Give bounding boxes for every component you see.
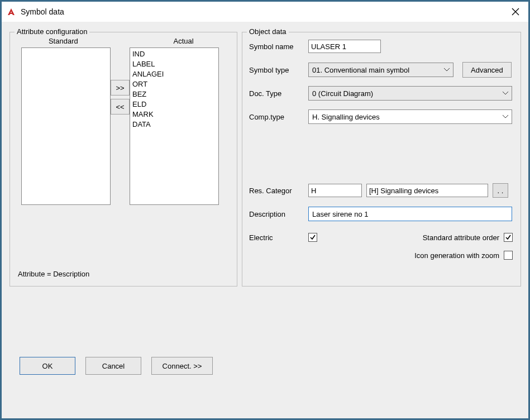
symbol-name-input[interactable]: [308, 40, 381, 53]
advanced-button[interactable]: Advanced: [462, 62, 512, 78]
comp-type-select[interactable]: H. Signalling devices: [308, 109, 512, 124]
footer-buttons: OK Cancel Connect. >>: [20, 357, 213, 375]
std-attr-order-checkbox[interactable]: [504, 233, 513, 242]
res-categor-name-input[interactable]: [366, 184, 488, 197]
chevron-down-icon: [503, 115, 508, 118]
list-item[interactable]: ANLAGEI: [132, 69, 216, 79]
actual-listbox[interactable]: INDLABELANLAGEIORTBEZELDMARKDATA: [130, 47, 219, 205]
symbol-type-select[interactable]: 01. Conventional main symbol: [308, 63, 453, 77]
icon-gen-zoom-checkbox[interactable]: [504, 251, 513, 260]
doc-type-label: Doc. Type: [249, 89, 304, 98]
move-left-button[interactable]: <<: [111, 99, 130, 114]
res-categor-code-input[interactable]: [308, 184, 362, 197]
app-icon: [6, 7, 16, 17]
icon-gen-zoom-label: Icon generation with zoom: [414, 251, 499, 260]
titlebar: Symbol data: [2, 2, 528, 22]
list-item[interactable]: LABEL: [132, 59, 216, 69]
symbol-type-value: 01. Conventional main symbol: [312, 66, 409, 74]
attribute-group-legend: Attribute configuration: [15, 27, 89, 36]
attribute-configuration-group: Attribute configuration Standard Actual …: [9, 32, 237, 287]
res-categor-browse-button[interactable]: . .: [493, 183, 508, 198]
connect-button[interactable]: Connect. >>: [151, 357, 213, 375]
standard-listbox[interactable]: [21, 47, 111, 205]
window-title: Symbol data: [21, 7, 64, 16]
cancel-button[interactable]: Cancel: [85, 357, 141, 375]
list-item[interactable]: MARK: [132, 109, 216, 120]
move-right-button[interactable]: >>: [111, 80, 130, 96]
actual-header: Actual: [139, 37, 228, 45]
standard-header: Standard: [18, 37, 108, 45]
chevron-down-icon: [444, 68, 450, 71]
list-item[interactable]: IND: [132, 49, 216, 59]
object-data-group: Object data Symbol name Symbol type 01. …: [242, 32, 521, 287]
description-label: Description: [249, 210, 304, 218]
description-input[interactable]: [308, 207, 512, 221]
comp-type-label: Comp.type: [249, 113, 304, 121]
electric-label: Electric: [249, 233, 304, 242]
dialog-client: Attribute configuration Standard Actual …: [2, 22, 528, 418]
list-item[interactable]: ORT: [132, 79, 216, 89]
chevron-down-icon: [503, 92, 508, 95]
symbol-name-label: Symbol name: [249, 42, 304, 51]
object-group-legend: Object data: [247, 27, 289, 36]
res-categor-label: Res. Categor: [249, 187, 304, 195]
std-attr-order-label: Standard attribute order: [423, 233, 499, 242]
list-item[interactable]: BEZ: [132, 89, 216, 99]
list-item[interactable]: ELD: [132, 99, 216, 109]
list-item[interactable]: DATA: [132, 120, 216, 130]
electric-checkbox[interactable]: [308, 233, 317, 242]
ok-button[interactable]: OK: [20, 357, 75, 375]
attribute-status-text: Attribute = Description: [18, 270, 89, 278]
symbol-type-label: Symbol type: [249, 66, 304, 74]
doc-type-value: 0 (Circuit Diagram): [312, 89, 373, 98]
doc-type-select[interactable]: 0 (Circuit Diagram): [308, 86, 512, 101]
comp-type-value: H. Signalling devices: [312, 113, 380, 121]
close-button[interactable]: [503, 2, 528, 22]
